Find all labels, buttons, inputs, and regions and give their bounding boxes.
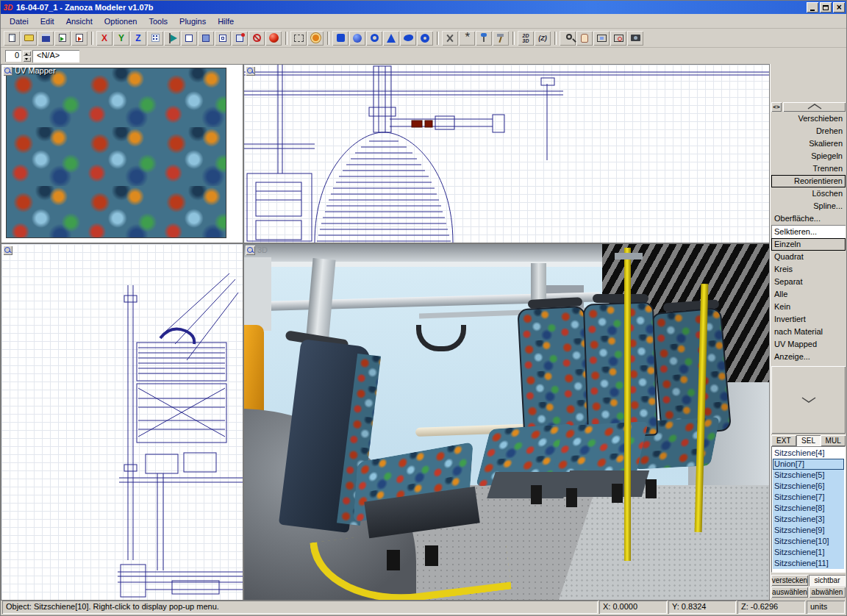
view-2d3d-toggle[interactable]: 2D3D	[518, 31, 534, 46]
menu-optionen[interactable]: Optionen	[99, 15, 143, 27]
axis-z-toggle[interactable]: Z	[130, 31, 146, 46]
level-spinner[interactable]: 0	[5, 50, 21, 62]
flag-icon[interactable]	[164, 31, 180, 46]
knife-tool-icon[interactable]	[493, 31, 509, 46]
mode-nach-material[interactable]: nach Material	[771, 326, 846, 338]
viewport-label: 3D	[257, 246, 268, 254]
viewport-side[interactable]	[1, 243, 243, 601]
cut-tool-icon[interactable]	[442, 31, 458, 46]
mode-kreis[interactable]: Kreis	[771, 263, 846, 276]
list-item[interactable]: Sitzschiene[11]	[773, 558, 844, 569]
command-verschieben[interactable]: Verschieben	[771, 112, 846, 125]
menu-ansicht[interactable]: Ansicht	[60, 15, 99, 27]
axis-x-toggle[interactable]: X	[96, 31, 112, 46]
close-button[interactable]	[833, 2, 845, 12]
seat-foot	[425, 545, 438, 566]
minimize-button[interactable]	[807, 2, 818, 12]
viewport-zoom-icon[interactable]	[3, 246, 12, 255]
primitive-blob-icon[interactable]	[400, 31, 416, 46]
import-icon[interactable]	[54, 31, 71, 46]
tab-ext[interactable]: EXT	[771, 435, 796, 446]
wire-cube-icon[interactable]	[181, 31, 197, 46]
solid-cube-icon[interactable]	[198, 31, 214, 46]
mode-uv-mapped[interactable]: UV Mapped	[771, 338, 846, 351]
list-item[interactable]: Sitzschiene[6]	[773, 481, 844, 492]
primitive-torus-icon[interactable]	[417, 31, 433, 46]
material-editor-icon[interactable]	[265, 31, 282, 46]
select-button[interactable]: auswählen	[771, 587, 808, 598]
mode-alle[interactable]: Alle	[771, 288, 846, 301]
zoom-extents-icon[interactable]	[593, 31, 610, 46]
chevron-down-icon[interactable]	[771, 366, 846, 434]
menu-plugins[interactable]: Plugins	[174, 15, 212, 27]
command-trennen[interactable]: Trennen	[771, 162, 846, 175]
marked-cube-icon[interactable]	[232, 31, 248, 46]
zoom-region-icon[interactable]	[610, 31, 626, 46]
viewport-front[interactable]	[243, 64, 770, 243]
select-rectangle-icon[interactable]	[290, 31, 307, 46]
render-settings-icon[interactable]	[307, 31, 324, 46]
viewport-zoom-icon[interactable]	[246, 66, 255, 76]
command-spiegeln[interactable]: Spiegeln	[771, 150, 846, 162]
list-item[interactable]: Sitzschiene[1]	[773, 547, 844, 558]
spinner-up-icon[interactable]	[23, 51, 31, 56]
viewport-uv-mapper[interactable]: UV Mapper	[1, 64, 243, 243]
command-skalieren[interactable]: Skalieren	[771, 137, 846, 150]
command-drehen[interactable]: Drehen	[771, 125, 846, 137]
menu-tools[interactable]: Tools	[143, 15, 174, 27]
command-spline[interactable]: Spline...	[771, 200, 846, 212]
open-folder-icon[interactable]	[21, 31, 37, 46]
mode-invertiert[interactable]: Invertiert	[771, 313, 846, 326]
snap-tool-icon[interactable]	[459, 31, 475, 46]
screenshot-icon[interactable]	[627, 31, 643, 46]
viewport-zoom-icon[interactable]	[246, 246, 255, 255]
zoom-icon[interactable]	[560, 31, 576, 46]
save-icon[interactable]	[37, 31, 54, 46]
deselect-button[interactable]: abwählen	[809, 587, 846, 598]
new-file-icon[interactable]	[4, 31, 20, 46]
command-reorientieren[interactable]: Reorientieren	[771, 175, 846, 187]
menu-datei[interactable]: Datei	[4, 15, 35, 27]
list-item[interactable]: Sitzschiene[4]	[773, 448, 844, 459]
primitive-circle-icon[interactable]	[366, 31, 382, 46]
list-item[interactable]: Sitzschiene[7]	[773, 492, 844, 503]
list-item-focused[interactable]: Union[7]	[773, 459, 844, 470]
primitive-cone-icon[interactable]	[383, 31, 399, 46]
z-depth-toggle[interactable]: (Z)	[535, 31, 551, 46]
viewport-3d[interactable]: 3D	[243, 243, 770, 601]
command-selektieren[interactable]: Selktieren...	[771, 225, 846, 238]
vertex-grid-icon[interactable]	[147, 31, 163, 46]
textured-cube-icon[interactable]	[215, 31, 231, 46]
menu-edit[interactable]: Edit	[35, 15, 60, 27]
pan-icon[interactable]	[576, 31, 593, 46]
panel-resize-button[interactable]: <>	[771, 102, 782, 112]
command-loeschen[interactable]: Löschen	[771, 187, 846, 200]
command-anzeige[interactable]: Anzeige...	[771, 351, 846, 363]
menu-hilfe[interactable]: Hilfe	[212, 15, 240, 27]
primitive-box-icon[interactable]	[332, 31, 349, 46]
list-item[interactable]: Sitzschiene[5]	[773, 470, 844, 481]
viewport-zoom-icon[interactable]	[3, 66, 12, 76]
spinner-down-icon[interactable]	[23, 57, 31, 62]
tab-sel[interactable]: SEL	[796, 435, 821, 446]
show-button[interactable]: sichtbar	[809, 575, 846, 586]
command-oberflaeche[interactable]: Oberfläche...	[771, 212, 846, 225]
tab-mul[interactable]: MUL	[821, 435, 846, 446]
export-icon[interactable]	[71, 31, 87, 46]
hide-button[interactable]: verstecken	[771, 575, 808, 586]
mode-separat[interactable]: Separat	[771, 276, 846, 288]
list-item[interactable]: Sitzschiene[8]	[773, 503, 844, 514]
mode-einzeln[interactable]: Einzeln	[771, 238, 846, 251]
pin-tool-icon[interactable]	[476, 31, 492, 46]
hide-object-icon[interactable]	[249, 31, 265, 46]
list-item[interactable]: Sitzschiene[3]	[773, 514, 844, 525]
axis-y-toggle[interactable]: Y	[113, 31, 129, 46]
list-item[interactable]: Sitzschiene[9]	[773, 525, 844, 536]
primitive-sphere-icon[interactable]	[349, 31, 365, 46]
selection-combo[interactable]: <N/A>	[32, 50, 79, 62]
mode-quadrat[interactable]: Quadrat	[771, 251, 846, 263]
restore-button[interactable]	[820, 2, 832, 12]
list-item[interactable]: Sitzschiene[10]	[773, 536, 844, 547]
mode-kein[interactable]: Kein	[771, 301, 846, 313]
chevron-up-icon[interactable]	[783, 102, 846, 112]
